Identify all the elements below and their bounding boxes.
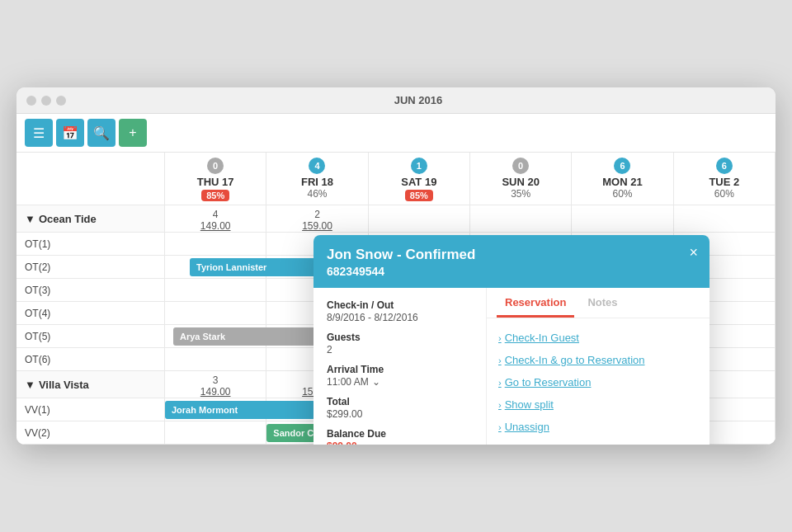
balance-label: Balance Due [327,428,473,440]
pct-fri18: 46% [307,188,327,200]
traffic-light-red[interactable] [26,96,36,106]
checkin-label: Check-in / Out [327,299,473,311]
popup-header: Jon Snow - Confirmed 682349544 × [314,235,710,288]
calendar-grid: 0 THU 17 85% 4 FRI 18 46% 1 SAT 19 85% 0… [16,153,776,445]
room-ot6-label: OT(6) [16,348,165,371]
guests-value: 2 [327,344,473,355]
go-to-reservation-button[interactable]: › Go to Reservation [498,371,698,393]
vv-rate-thu: 149.00 [167,386,264,398]
window-title: JUN 2016 [71,94,766,106]
checkin-value: 8/9/2016 - 8/12/2016 [327,312,473,323]
guests-label: Guests [327,332,473,343]
popup-confirmation: 682349544 [327,265,696,278]
group-villa-vista[interactable]: ▼ Villa Vista [16,371,165,398]
ot4-cell-0 [165,302,266,325]
chevron-go-reservation-icon: › [498,378,502,388]
ocean-tide-summary-sat [369,205,470,233]
check-in-guest-button[interactable]: › Check-In Guest [498,327,698,349]
pct-sun20: 35% [511,188,530,200]
main-window: JUN 2016 ☰ 📅 🔍 + 0 THU 17 85% 4 FRI 18 4… [16,87,776,445]
chevron-check-in-go-icon: › [498,355,502,365]
check-in-go-button[interactable]: › Check-In & go to Reservation [498,349,698,371]
col-header-fri18: 4 FRI 18 46% [266,153,368,205]
popup-body: Check-in / Out 8/9/2016 - 8/12/2016 Gues… [314,288,710,445]
ocean-tide-summary-fri: 2 159.00 [266,205,368,233]
collapse-icon-ocean-tide: ▼ [25,213,35,225]
col-header-thu17: 0 THU 17 85% [165,153,266,205]
collapse-icon-villa-vista: ▼ [25,379,35,391]
popup-close-button[interactable]: × [689,245,698,260]
chevron-show-split-icon: › [498,400,502,410]
room-ot2-label: OT(2) [16,256,165,279]
ocean-tide-count-fri: 2 [314,209,320,220]
arrival-time-text: 11:00 AM [327,376,369,388]
calendar-button[interactable]: 📅 [56,119,84,147]
vv-summary-thu: 3 149.00 [165,371,266,398]
pct-mon21: 60% [612,188,632,200]
total-label: Total [327,396,473,407]
popup-actions: › Check-In Guest › Check-In & go to Rese… [487,318,710,445]
ocean-tide-summary-sun [470,205,572,233]
ocean-tide-count-thu: 4 [213,209,219,220]
bar-jorah[interactable]: Jorah Mormont [165,401,315,419]
vv1-cell-0: Jorah Mormont [165,398,266,421]
group-name-villa-vista: Villa Vista [39,379,89,391]
day-mon21: MON 21 [575,176,669,188]
ocean-tide-rate-fri: 159.00 [268,220,365,232]
ocean-tide-summary-tue [674,205,776,233]
badge-fri18: 4 [309,158,325,174]
show-split-button[interactable]: › Show split [498,393,698,416]
menu-button[interactable]: ☰ [25,119,53,147]
unassign-button[interactable]: › Unassign [498,416,698,438]
badge-mon21: 6 [614,158,630,174]
ot6-cell-0 [165,348,266,371]
add-button[interactable]: + [119,119,147,147]
badge-thu17: 0 [207,158,224,174]
arrival-chevron-icon: ⌄ [372,376,380,388]
go-to-reservation-label: Go to Reservation [505,376,592,388]
room-ot3-label: OT(3) [16,279,165,302]
popup-tabs: Reservation Notes [487,288,710,318]
titlebar: JUN 2016 [16,87,776,114]
group-ocean-tide[interactable]: ▼ Ocean Tide [16,205,165,233]
room-ot4-label: OT(4) [16,302,165,325]
ocean-tide-summary-thu: 4 149.00 [165,205,266,233]
unassign-label: Unassign [505,421,549,433]
badge-sun20: 0 [512,158,529,174]
popup-details: Check-in / Out 8/9/2016 - 8/12/2016 Gues… [314,288,487,445]
badge-sat19: 1 [411,158,427,174]
vv2-cell-0 [165,421,266,445]
search-button[interactable]: 🔍 [87,119,116,147]
tab-reservation[interactable]: Reservation [497,288,574,318]
ocean-tide-summary-mon [572,205,673,233]
ocean-tide-rate-thu: 149.00 [167,220,264,232]
traffic-light-yellow[interactable] [41,96,51,106]
tab-notes[interactable]: Notes [579,288,625,318]
bar-arya[interactable]: Arya Stark [173,327,323,346]
vv-count-thu: 3 [213,374,219,386]
day-fri18: FRI 18 [270,176,364,188]
room-ot5-label: OT(5) [16,325,165,348]
pct-sat19: 85% [405,190,433,201]
toolbar: ☰ 📅 🔍 + [16,114,776,153]
group-name-ocean-tide: Ocean Tide [39,213,97,225]
ot5-cell-0: Arya Stark [165,325,266,348]
check-in-go-label: Check-In & go to Reservation [505,354,645,366]
badge-tue22: 6 [716,158,733,174]
show-split-label: Show split [505,398,554,411]
room-vv2-label: VV(2) [16,421,165,445]
balance-value: $99.00 [327,440,473,445]
chevron-unassign-icon: › [498,422,502,432]
day-sat19: SAT 19 [372,176,466,188]
reservation-popup: Jon Snow - Confirmed 682349544 × Check-i… [314,235,710,445]
ot2-cell-0: Tyrion Lannister [165,256,266,279]
room-ot1-label: OT(1) [16,233,165,256]
ot1-cell-0 [165,233,266,256]
traffic-light-green[interactable] [56,96,66,106]
room-vv1-label: VV(1) [16,398,165,421]
popup-guest-name: Jon Snow - Confirmed [327,247,696,263]
arrival-value[interactable]: 11:00 AM ⌄ [327,376,380,388]
arrival-label: Arrival Time [327,364,473,375]
col-header-sun20: 0 SUN 20 35% [470,153,572,205]
pct-thu17: 85% [201,190,229,201]
